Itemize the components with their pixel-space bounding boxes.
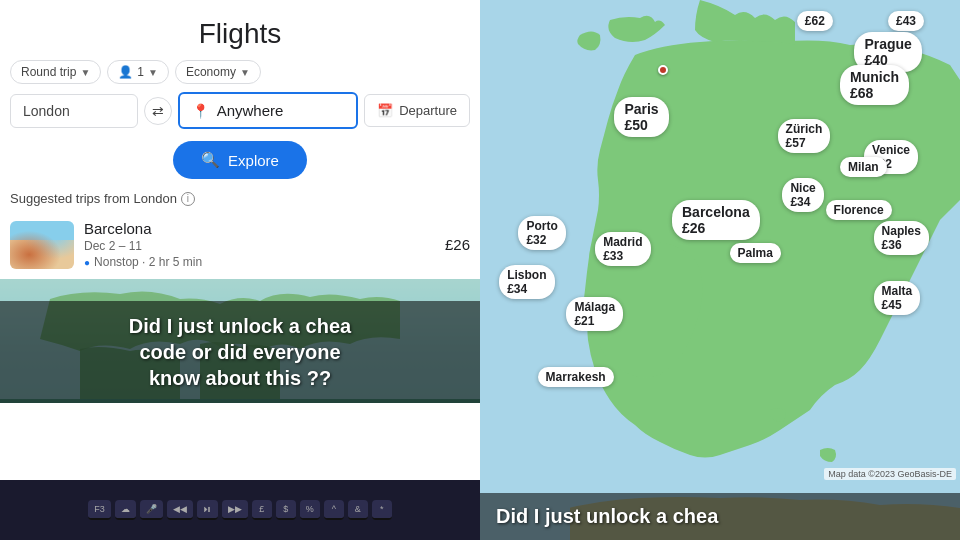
price-munich[interactable]: Munich£68	[840, 65, 909, 105]
departure-field[interactable]: 📅 Departure	[364, 94, 470, 127]
trip-thumbnail-image	[10, 221, 74, 269]
london-pin	[658, 65, 668, 75]
key-pound[interactable]: £	[252, 500, 272, 520]
left-caption-text: Did I just unlock a cheacode or did ever…	[16, 313, 464, 391]
price-florence[interactable]: Florence	[826, 200, 892, 220]
key-star[interactable]: *	[372, 500, 392, 520]
left-caption-overlay: Did I just unlock a cheacode or did ever…	[0, 301, 480, 403]
trip-stops: ● Nonstop · 2 hr 5 min	[84, 255, 435, 269]
class-label: Economy	[186, 65, 236, 79]
round-trip-caret: ▼	[80, 67, 90, 78]
price-london-62[interactable]: £62	[797, 11, 833, 31]
key-mic[interactable]: 🎤	[140, 500, 163, 520]
trip-thumbnail	[10, 221, 74, 269]
key-dollar[interactable]: $	[276, 500, 296, 520]
from-value: London	[23, 103, 70, 119]
price-zurich[interactable]: Zürich£57	[778, 119, 831, 153]
price-malaga[interactable]: Málaga£21	[566, 297, 623, 331]
trip-dates: Dec 2 – 11	[84, 239, 435, 253]
left-panel: Flights Round trip ▼ 👤 1 ▼ Economy ▼	[0, 0, 480, 540]
to-value: Anywhere	[217, 102, 284, 119]
swap-icon: ⇄	[152, 103, 164, 119]
map-attribution: Map data ©2023 GeoBasis-DE	[824, 468, 956, 480]
suggested-title-text: Suggested trips from London	[10, 191, 177, 206]
departure-label: Departure	[399, 103, 457, 118]
flights-ui: Flights Round trip ▼ 👤 1 ▼ Economy ▼	[0, 0, 480, 480]
right-panel: £62 £43 Prague£40 Paris£50 Munich£68 Zür…	[480, 0, 960, 540]
round-trip-label: Round trip	[21, 65, 76, 79]
price-barcelona[interactable]: Barcelona£26	[672, 200, 760, 240]
flights-header: Flights	[0, 0, 480, 60]
key-amp[interactable]: &	[348, 500, 368, 520]
search-row: London ⇄ 📍 Anywhere 📅 Departure	[0, 92, 480, 139]
price-lisbon[interactable]: Lisbon£34	[499, 265, 554, 299]
from-field[interactable]: London	[10, 94, 138, 128]
explore-label: Explore	[228, 152, 279, 169]
trip-card[interactable]: Barcelona Dec 2 – 11 ● Nonstop · 2 hr 5 …	[10, 214, 470, 275]
location-pin-icon: 📍	[192, 103, 209, 119]
price-paris[interactable]: Paris£50	[614, 97, 668, 137]
trip-stops-text: Nonstop · 2 hr 5 min	[94, 255, 202, 269]
passengers-option[interactable]: 👤 1 ▼	[107, 60, 169, 84]
key-rewind[interactable]: ◀◀	[167, 500, 193, 520]
swap-button[interactable]: ⇄	[144, 97, 172, 125]
search-icon: 🔍	[201, 151, 220, 169]
price-milan[interactable]: Milan	[840, 157, 887, 177]
explore-btn-row: 🔍 Explore	[0, 139, 480, 191]
suggested-section: Suggested trips from London i Barcelona …	[0, 191, 480, 275]
to-field[interactable]: 📍 Anywhere	[178, 92, 359, 129]
key-percent[interactable]: %	[300, 500, 320, 520]
trip-price: £26	[445, 236, 470, 253]
key-f3[interactable]: F3	[88, 500, 111, 520]
key-caret[interactable]: ^	[324, 500, 344, 520]
price-porto[interactable]: Porto£32	[518, 216, 565, 250]
right-caption-text: Did I just unlock a chea	[496, 505, 944, 528]
price-palma[interactable]: Palma	[730, 243, 781, 263]
passengers-count: 1	[137, 65, 144, 79]
right-caption: Did I just unlock a chea	[480, 493, 960, 540]
nonstop-dot: ●	[84, 257, 90, 268]
key-play[interactable]: ⏯	[197, 500, 218, 520]
key-ff[interactable]: ▶▶	[222, 500, 248, 520]
price-madrid[interactable]: Madrid£33	[595, 232, 650, 266]
price-nice[interactable]: Nice£34	[782, 178, 823, 212]
options-bar: Round trip ▼ 👤 1 ▼ Economy ▼	[0, 60, 480, 92]
keyboard-area: F3 ☁ 🎤 ◀◀ ⏯ ▶▶ £ $ % ^ & *	[0, 480, 480, 540]
trip-name: Barcelona	[84, 220, 435, 237]
class-caret: ▼	[240, 67, 250, 78]
class-option[interactable]: Economy ▼	[175, 60, 261, 84]
price-naples[interactable]: Naples£36	[874, 221, 929, 255]
passengers-caret: ▼	[148, 67, 158, 78]
trip-info: Barcelona Dec 2 – 11 ● Nonstop · 2 hr 5 …	[84, 220, 435, 269]
round-trip-option[interactable]: Round trip ▼	[10, 60, 101, 84]
price-malta[interactable]: Malta£45	[874, 281, 921, 315]
price-marrakesh[interactable]: Marrakesh	[538, 367, 614, 387]
price-43[interactable]: £43	[888, 11, 924, 31]
info-icon: i	[181, 192, 195, 206]
key-cloud[interactable]: ☁	[115, 500, 136, 520]
calendar-icon: 📅	[377, 103, 393, 118]
suggested-title: Suggested trips from London i	[10, 191, 470, 206]
passenger-icon: 👤	[118, 65, 133, 79]
left-map-preview: Did I just unlock a cheacode or did ever…	[0, 279, 480, 403]
explore-button[interactable]: 🔍 Explore	[173, 141, 307, 179]
